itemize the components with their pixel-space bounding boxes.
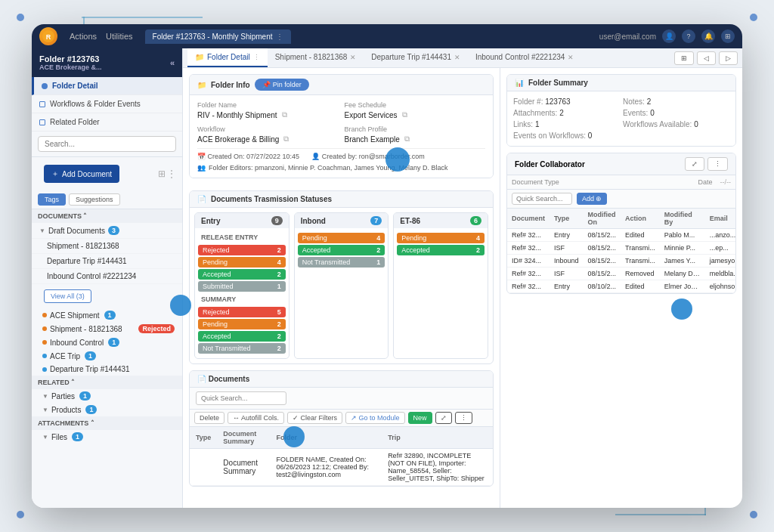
collab-doc-2: Ref# 32... — [507, 242, 550, 255]
docs-more-button[interactable]: ⋮ — [455, 412, 472, 424]
parties-item[interactable]: ▼ Parties 1 — [32, 389, 182, 403]
collab-type-1: Entry — [550, 229, 584, 242]
utilities-link[interactable]: Utilities — [106, 32, 132, 41]
copy-fee-icon[interactable]: ⧉ — [402, 110, 407, 119]
tab-action-3[interactable]: ▷ — [719, 51, 738, 65]
folder-summary-header: 📊 Folder Summary — [507, 75, 735, 91]
view-all-button[interactable]: View All (3) — [44, 289, 91, 303]
sidebar-item-related-folder[interactable]: Related Folder — [32, 113, 182, 131]
tab-shipment-close[interactable]: ✕ — [350, 54, 356, 61]
collab-modified-4: 08/15/2... — [584, 268, 621, 280]
collab-more-button[interactable]: ⋮ — [707, 157, 728, 171]
inbond-card-body: Pending 4 Accepted 2 Not Transmitted — [295, 228, 389, 272]
tab-action-1[interactable]: ⊞ — [674, 51, 694, 65]
collab-quick-search[interactable] — [512, 193, 572, 205]
tab-departure-close[interactable]: ✕ — [454, 54, 460, 61]
tab-more-icon[interactable]: ⋮ — [276, 32, 283, 41]
summary-pending-row: Pending 2 — [198, 319, 286, 329]
transmission-header: 📄 Documents Trasmission Statuses — [190, 191, 493, 208]
departure-trip-item[interactable]: Departure Trip #144431 — [32, 254, 182, 269]
sidebar-item-workflows[interactable]: Workflows & Folder Events — [32, 95, 182, 113]
new-document-button[interactable]: New — [408, 412, 432, 424]
summary-not-transmitted-row: Not Transmitted 2 — [198, 343, 286, 354]
tab-more[interactable]: ⋮ — [253, 54, 260, 61]
sidebar-icon-1[interactable]: ⊞ — [158, 169, 166, 179]
main-layout: Folder #123763 ACE Brokerage &... « Fold… — [32, 48, 742, 508]
tab-shipment[interactable]: Shipment - 81821368 ✕ — [268, 48, 364, 67]
tags-button[interactable]: Tags — [38, 193, 66, 206]
tab-departure-trip[interactable]: Departure Trip #144431 ✕ — [364, 48, 468, 67]
go-to-module-button[interactable]: ↗ Go to Module — [345, 412, 405, 424]
ace-shipment-dot — [42, 313, 47, 317]
col-folder: Folder — [270, 427, 382, 449]
departure-trip-sidebar-item[interactable]: Departure Trip #144431 — [32, 363, 182, 376]
et86-accepted-row: Accepted 2 — [397, 245, 485, 255]
shipment-81821368-item[interactable]: Shipment - 81821368 — [32, 239, 182, 254]
bell-icon[interactable]: 🔔 — [701, 29, 715, 43]
ace-trip-item[interactable]: ACE Trip 1 — [32, 349, 182, 363]
transmission-icon: 📄 — [197, 195, 206, 203]
documents-section-title[interactable]: Documents ˄ — [32, 209, 182, 223]
help-icon[interactable]: ? — [682, 29, 695, 43]
current-tab[interactable]: Folder #123763 - Monthly Shipment ⋮ — [145, 29, 291, 44]
collab-row-3: ID# 324... Inbound 08/15/2... Transmi...… — [507, 255, 735, 268]
row-doc-summary: Document Summary — [217, 449, 270, 486]
add-document-button[interactable]: ＋ Add Document — [44, 165, 119, 183]
copy-folder-name-icon[interactable]: ⧉ — [282, 110, 287, 119]
actions-link[interactable]: Actions — [70, 32, 97, 41]
pin-folder-button[interactable]: 📌 Pin folder — [255, 79, 309, 91]
collab-modified-3: 08/15/2... — [584, 255, 621, 268]
files-item[interactable]: ▼ Files 1 — [32, 430, 182, 444]
folder-info-card: 📁 Folder Info 📌 Pin folder Folder Name — [189, 74, 494, 178]
editors-value: pmanzoni, Minnie P. Coachman, James Youn… — [255, 164, 447, 172]
sidebar-icon-2[interactable]: ⋮ — [167, 169, 176, 179]
autofill-button[interactable]: ↔ Autofill Cols. — [228, 412, 284, 424]
tab-inbound-control[interactable]: Inbound Control #2221234 ✕ — [468, 48, 581, 67]
add-collab-button[interactable]: Add ⊕ — [577, 193, 607, 205]
doc-type-label: Document Type — [512, 178, 559, 186]
docs-quick-search[interactable] — [196, 391, 286, 405]
documents-title: Documents ˄ — [38, 212, 88, 220]
products-item[interactable]: ▼ Products 1 — [32, 403, 182, 416]
sidebar-item-folder-detail[interactable]: Folder Detail — [32, 77, 182, 95]
related-section-title[interactable]: Related ˄ — [32, 376, 182, 389]
tab-actions: ⊞ ◁ ▷ — [674, 51, 738, 65]
sidebar-collapse-icon[interactable]: « — [170, 58, 175, 67]
clear-filters-button[interactable]: ✓ Clear Filters — [287, 412, 342, 424]
delete-button[interactable]: Delete — [194, 412, 224, 424]
entry-accepted-row: Accepted 2 — [198, 269, 286, 280]
tab-folder-detail[interactable]: 📁 Folder Detail ⋮ — [187, 48, 268, 67]
user-email: user@email.com — [599, 32, 656, 41]
draft-count-badge: 3 — [108, 226, 119, 235]
col-document: Document — [507, 209, 550, 229]
copy-branch-icon[interactable]: ⧉ — [404, 135, 410, 144]
user-icon[interactable]: 👤 — [662, 29, 676, 43]
workflow-value: ACE Brokerage & Billing — [197, 135, 279, 144]
folder-name-value: RIV - Monthly Shipment — [197, 111, 277, 119]
collab-by-4: Melany D.Bl... — [660, 268, 705, 280]
links-item: Links: 1 — [513, 120, 620, 128]
date-value: --/-- — [720, 178, 732, 186]
grid-icon[interactable]: ⊞ — [721, 29, 735, 43]
collab-doc-5: Ref# 32... — [507, 280, 550, 293]
tab-action-2[interactable]: ◁ — [697, 51, 716, 65]
collab-action-4: Removed — [621, 268, 660, 280]
copy-workflow-icon[interactable]: ⧉ — [283, 135, 289, 144]
expand-docs-button[interactable]: ⤢ — [435, 412, 452, 424]
entry-label: Entry — [201, 217, 221, 225]
suggestions-button[interactable]: Suggestions — [69, 193, 120, 206]
shipment-rejected-item[interactable]: Shipment - 81821368 Rejected — [32, 322, 182, 336]
sidebar-search-input[interactable] — [38, 136, 176, 152]
summary-rejected-row: Rejected 5 — [198, 307, 286, 317]
folder-info-body: Folder Name RIV - Monthly Shipment ⧉ Fee… — [190, 95, 493, 178]
expand-collab-button[interactable]: ⤢ — [685, 157, 704, 171]
inbound-control-item[interactable]: Inbound Control #2221234 — [32, 269, 182, 284]
draft-documents-item[interactable]: ▼ Draft Documents 3 — [32, 223, 182, 239]
collab-action-1: Edited — [621, 229, 660, 242]
tab-inbound-close[interactable]: ✕ — [568, 54, 574, 61]
entry-count: 9 — [271, 216, 283, 225]
inbound-control-sidebar-item[interactable]: Inbound Control 1 — [32, 336, 182, 349]
attachments-section-title[interactable]: Attachments ˄ — [32, 416, 182, 430]
ace-shipment-item[interactable]: ACE Shipment 1 — [32, 308, 182, 322]
et86-card-header: ET-86 6 — [394, 213, 488, 228]
